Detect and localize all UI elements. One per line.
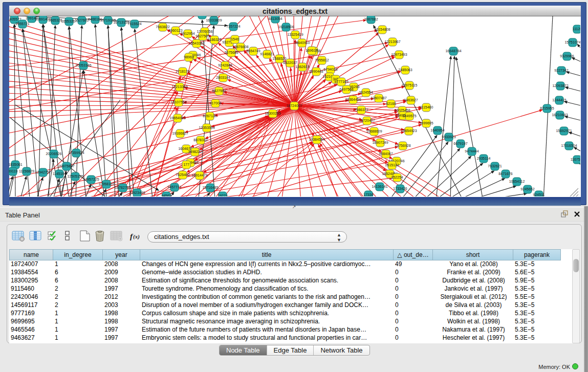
svg-text:1640954: 1640954	[430, 128, 444, 132]
svg-text:16154808: 16154808	[374, 28, 390, 31]
svg-text:3498222: 3498222	[188, 150, 202, 154]
svg-text:19654983: 19654983	[169, 116, 185, 120]
svg-text:10688609: 10688609	[366, 129, 382, 133]
svg-text:5933923: 5933923	[442, 135, 455, 139]
svg-text:8186328: 8186328	[207, 38, 221, 41]
svg-text:9227342: 9227342	[554, 69, 568, 72]
svg-text:11156829: 11156829	[19, 169, 34, 173]
svg-text:19223: 19223	[217, 194, 228, 196]
svg-text:9084067: 9084067	[379, 152, 393, 156]
svg-text:1546: 1546	[231, 37, 239, 41]
svg-text:6794028: 6794028	[323, 68, 337, 71]
svg-text:16914479: 16914479	[191, 173, 207, 177]
svg-text:19218506: 19218506	[278, 25, 294, 29]
svg-text:8471676: 8471676	[498, 172, 512, 176]
svg-text:8813054: 8813054	[268, 17, 282, 20]
svg-text:16648784: 16648784	[445, 49, 461, 53]
svg-text:917004: 917004	[209, 101, 221, 105]
svg-text:924511: 924511	[533, 193, 545, 196]
svg-text:11120: 11120	[573, 27, 580, 31]
svg-text:16107554: 16107554	[170, 100, 186, 104]
svg-text:1849575: 1849575	[402, 114, 416, 118]
svg-text:9327505: 9327505	[195, 34, 209, 38]
svg-text:6322037: 6322037	[283, 61, 297, 64]
svg-text:1362615: 1362615	[295, 65, 309, 69]
svg-text:16543382: 16543382	[188, 41, 204, 45]
svg-text:18907249: 18907249	[372, 141, 388, 144]
svg-text:14136141: 14136141	[372, 185, 387, 188]
svg-text:12213369: 12213369	[171, 85, 187, 89]
svg-text:3624554: 3624554	[359, 91, 373, 94]
svg-text:10973493: 10973493	[391, 53, 407, 56]
svg-text:6497568: 6497568	[339, 87, 353, 91]
svg-text:9115460: 9115460	[420, 105, 433, 109]
svg-text:8215955: 8215955	[540, 106, 554, 110]
svg-text:252254: 252254	[391, 176, 403, 179]
svg-text:16210643: 16210643	[552, 113, 568, 117]
svg-text:1665326: 1665326	[48, 18, 62, 22]
svg-text:17016504: 17016504	[561, 144, 577, 147]
svg-text:7955812: 7955812	[315, 58, 329, 62]
svg-text:7515524: 7515524	[127, 22, 141, 26]
svg-text:1588520: 1588520	[272, 57, 286, 60]
svg-text:1615132: 1615132	[385, 163, 399, 167]
svg-text:12975115: 12975115	[402, 83, 418, 87]
svg-text:18300295: 18300295	[265, 112, 280, 115]
svg-text:1733426: 1733426	[393, 187, 407, 190]
svg-text:19756928: 19756928	[395, 144, 410, 147]
svg-text:9457771: 9457771	[167, 185, 181, 189]
svg-text:1527602: 1527602	[75, 18, 89, 22]
svg-text:7663822: 7663822	[156, 25, 169, 29]
svg-text:9463627: 9463627	[404, 98, 418, 102]
svg-text:9146821: 9146821	[260, 52, 274, 56]
svg-text:177: 177	[183, 163, 189, 166]
svg-text:17334: 17334	[363, 193, 374, 196]
svg-text:6679197: 6679197	[453, 142, 467, 145]
svg-text:20206526: 20206526	[46, 152, 61, 156]
svg-text:1145194: 1145194	[53, 172, 67, 176]
svg-text:2087682: 2087682	[364, 17, 378, 21]
svg-text:8878332: 8878332	[193, 138, 207, 142]
svg-text:9329966: 9329966	[560, 54, 574, 58]
svg-text:2718176: 2718176	[176, 70, 189, 73]
svg-text:7986372: 7986372	[354, 108, 368, 112]
svg-text:18640910: 18640910	[294, 41, 310, 45]
svg-text:12213967: 12213967	[384, 40, 400, 43]
svg-text:62160: 62160	[386, 102, 396, 105]
svg-text:7625402: 7625402	[176, 173, 189, 177]
svg-text:16033809: 16033809	[206, 18, 222, 22]
svg-text:15716485: 15716485	[202, 186, 218, 189]
svg-text:1603380: 1603380	[195, 16, 209, 16]
svg-text:16782759: 16782759	[115, 186, 130, 189]
svg-text:1244415: 1244415	[552, 98, 566, 102]
svg-text:9699695: 9699695	[419, 121, 433, 125]
svg-text:9242848: 9242848	[218, 63, 232, 67]
svg-text:94562: 94562	[161, 194, 171, 196]
svg-text:16713155: 16713155	[113, 20, 129, 24]
svg-text:15692971: 15692971	[556, 129, 572, 133]
svg-text:15720407: 15720407	[359, 119, 375, 122]
svg-text:12093872: 12093872	[552, 84, 568, 87]
svg-text:7632621: 7632621	[488, 164, 502, 168]
svg-text:10607487: 10607487	[371, 96, 386, 100]
svg-text:7357224: 7357224	[226, 25, 240, 28]
svg-text:15751074: 15751074	[564, 40, 580, 44]
svg-text:19166827: 19166827	[172, 132, 188, 135]
svg-text:39119: 39119	[9, 169, 18, 173]
svg-text:6990448: 6990448	[309, 70, 323, 73]
svg-text:17957225: 17957225	[83, 178, 99, 181]
svg-text:23676608: 23676608	[232, 45, 248, 49]
svg-text:10654112: 10654112	[509, 180, 525, 183]
svg-text:1167533: 1167533	[571, 158, 580, 161]
svg-text:18724007: 18724007	[286, 104, 302, 107]
svg-text:9245652: 9245652	[520, 187, 534, 191]
svg-text:12942757: 12942757	[35, 170, 51, 174]
svg-text:7485063: 7485063	[398, 68, 412, 72]
svg-text:169617: 169617	[306, 49, 317, 52]
svg-text:19654923: 19654923	[401, 129, 417, 133]
svg-text:19384554: 19384554	[309, 138, 324, 141]
svg-text:2803144: 2803144	[216, 76, 230, 79]
svg-text:20975887: 20975887	[58, 164, 74, 168]
svg-text:20364456: 20364456	[345, 98, 361, 101]
svg-text:12505135: 12505135	[67, 174, 83, 178]
